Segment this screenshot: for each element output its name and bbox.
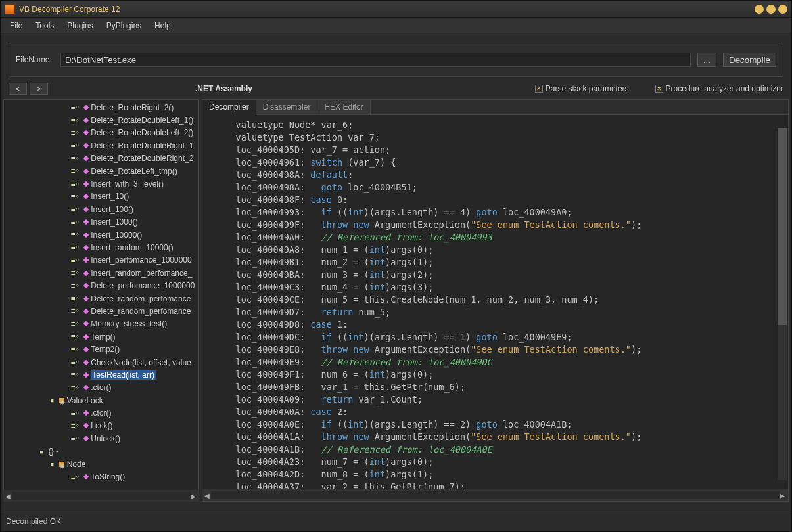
tree-item-label: Delete_RotateDoubleRight_1 bbox=[91, 141, 193, 150]
tree-item[interactable]: ▪{} - bbox=[4, 445, 198, 458]
method-bullet-icon: ≡◦ bbox=[71, 243, 80, 252]
tree-item[interactable]: ≡◦CheckNode(list, offset, value bbox=[4, 356, 198, 368]
tree-item[interactable]: ≡◦TestRead(list, arr) bbox=[4, 368, 198, 381]
menu-pyplugins[interactable]: PyPlugins bbox=[100, 19, 148, 32]
tab-decompiler[interactable]: Decompiler bbox=[202, 100, 256, 115]
tree-item[interactable]: ≡◦Insert_10() bbox=[4, 190, 198, 203]
tree-item[interactable]: ≡◦Insert_100() bbox=[4, 203, 198, 215]
filename-label: FileName: bbox=[16, 55, 54, 64]
procedure-analyzer-checkbox[interactable]: ✕ Procedure analyzer and optimizer bbox=[655, 84, 783, 93]
tree-item-label: Insert_with_3_level() bbox=[91, 179, 164, 188]
tree-item[interactable]: ≡◦Insert_with_3_level() bbox=[4, 177, 198, 190]
tree-item[interactable]: ≡◦Delete_random_perfomance bbox=[4, 292, 198, 305]
scroll-track[interactable] bbox=[211, 491, 780, 499]
method-bullet-icon: ≡◦ bbox=[71, 154, 80, 163]
menu-tools[interactable]: Tools bbox=[29, 19, 60, 32]
expand-icon[interactable]: ▪ bbox=[50, 460, 55, 468]
tree-item[interactable]: ≡◦Insert_1000() bbox=[4, 216, 198, 229]
scroll-left-icon[interactable]: ◀ bbox=[204, 492, 210, 499]
method-bullet-icon: ≡◦ bbox=[71, 180, 80, 188]
horizontal-scrollbar-code[interactable]: ◀ ▶ bbox=[202, 489, 788, 501]
tree-item[interactable]: ≡◦Delete_RotateDoubleLeft_1() bbox=[4, 114, 198, 126]
tree-item[interactable]: ≡◦Insert_random_perfomance_ bbox=[4, 267, 198, 279]
tree-item[interactable]: ▪✷ValueLock bbox=[4, 394, 198, 407]
code-area[interactable]: valuetype Node* var_6; valuetype TestAct… bbox=[202, 115, 788, 489]
tree-item[interactable]: ≡◦Delete_perfomance_1000000 bbox=[4, 279, 198, 292]
namespace-expand-icon[interactable]: ▪ bbox=[39, 447, 44, 456]
menu-plugins[interactable]: Plugins bbox=[60, 19, 99, 32]
window-controls bbox=[755, 5, 787, 14]
menu-help[interactable]: Help bbox=[148, 19, 177, 32]
minimize-icon[interactable] bbox=[755, 5, 764, 14]
method-bullet-icon: ≡◦ bbox=[71, 282, 80, 290]
browse-button[interactable]: ... bbox=[697, 53, 716, 67]
tree-item-label: CheckNode(list, offset, value bbox=[91, 358, 191, 367]
tree-item[interactable]: ≡◦Delete_RotateRight_2() bbox=[4, 101, 198, 114]
nav-back-button[interactable]: < bbox=[9, 83, 27, 95]
expand-icon[interactable]: ▪ bbox=[50, 396, 55, 405]
scroll-left-icon[interactable]: ◀ bbox=[5, 493, 11, 500]
tree-item[interactable]: ≡◦Insert_10000() bbox=[4, 229, 198, 241]
decompile-button[interactable]: Decompile bbox=[723, 53, 776, 67]
parse-stack-checkbox[interactable]: ✕ Parse stack parameters bbox=[535, 84, 629, 93]
tree-item[interactable]: ≡◦Temp2() bbox=[4, 343, 198, 355]
tree-item[interactable]: ≡◦Temp() bbox=[4, 330, 198, 343]
nav-forward-button[interactable]: > bbox=[30, 83, 48, 95]
code-line: loc_4000498F: case 0: bbox=[214, 194, 788, 206]
code-line: loc_400049DC: if ((int)(args.Length) == … bbox=[214, 331, 788, 344]
tab-disassembler[interactable]: Disassembler bbox=[256, 100, 318, 114]
code-line: loc_400049A0: // Referenced from: loc_40… bbox=[214, 231, 788, 244]
tree-item[interactable]: ≡◦Delete_RotateDoubleRight_2 bbox=[4, 152, 198, 165]
method-bullet-icon: ≡◦ bbox=[71, 192, 80, 201]
tree-item[interactable]: ≡◦ToString() bbox=[4, 470, 198, 483]
tree-item-label: TestRead(list, arr) bbox=[91, 370, 156, 380]
tree-item[interactable]: ▪✷Node bbox=[4, 458, 198, 470]
vertical-scroll-thumb[interactable] bbox=[778, 128, 787, 325]
tree-item[interactable]: ≡◦Delete_RotateDoubleRight_1 bbox=[4, 139, 198, 152]
method-icon bbox=[83, 436, 89, 441]
tree-item[interactable]: ≡◦Insert_perfomance_1000000 bbox=[4, 254, 198, 267]
tree-item[interactable]: ≡◦Delete_random_perfomance bbox=[4, 305, 198, 317]
tree-item[interactable]: ≡◦.ctor() bbox=[4, 382, 198, 394]
tree-item-label: Delete_perfomance_1000000 bbox=[91, 281, 195, 290]
menu-file[interactable]: File bbox=[3, 19, 29, 32]
class-icon: ✷ bbox=[59, 462, 64, 467]
status-bar: Decompiled OK bbox=[1, 514, 791, 528]
code-line: loc_4000498A: goto loc_40004B51; bbox=[214, 181, 788, 194]
method-icon bbox=[83, 334, 89, 339]
method-icon bbox=[83, 309, 89, 314]
app-icon bbox=[5, 4, 15, 14]
close-icon[interactable] bbox=[778, 5, 787, 14]
method-icon bbox=[83, 207, 89, 212]
method-bullet-icon: ≡◦ bbox=[71, 269, 80, 277]
code-line: loc_40004A0E: if ((int)(args.Length) == … bbox=[214, 418, 788, 431]
tree-item[interactable]: ≡◦Delete_RotateDoubleLeft_2() bbox=[4, 127, 198, 139]
filename-input[interactable] bbox=[60, 53, 691, 67]
tree-pane[interactable]: ≡◦Delete_RotateRight_2()≡◦Delete_RotateD… bbox=[3, 99, 199, 502]
method-icon bbox=[83, 168, 89, 173]
maximize-icon[interactable] bbox=[766, 5, 776, 14]
scroll-right-icon[interactable]: ▶ bbox=[191, 493, 196, 500]
code-line: loc_400049CE: num_5 = this.CreateNode(nu… bbox=[214, 294, 788, 306]
tree-item[interactable]: ≡◦Delete_RotateLeft_tmp() bbox=[4, 165, 198, 177]
tree-item-label: Insert_10000() bbox=[91, 231, 142, 240]
horizontal-scrollbar-tree[interactable]: ◀ ▶ bbox=[3, 490, 199, 502]
code-line: loc_400049F1: num_6 = (int)args(0); bbox=[214, 368, 788, 381]
tree-item[interactable]: ≡◦Lock() bbox=[4, 420, 198, 432]
tree-item[interactable]: ≡◦Insert_random_10000() bbox=[4, 241, 198, 254]
code-line: loc_400049D8: case 1: bbox=[214, 319, 788, 331]
tree-item-label: Delete_RotateDoubleLeft_1() bbox=[91, 116, 193, 125]
tree-item[interactable]: ≡◦Memory_stress_test() bbox=[4, 318, 198, 330]
tree-item-label: Delete_RotateDoubleLeft_2() bbox=[91, 128, 193, 137]
scroll-track[interactable] bbox=[12, 492, 191, 500]
tab-hex-editor[interactable]: HEX Editor bbox=[317, 100, 370, 114]
scroll-right-icon[interactable]: ▶ bbox=[780, 492, 785, 499]
code-line: loc_400049E8: throw new ArgumentExceptio… bbox=[214, 344, 788, 356]
tree-item[interactable]: ≡◦.ctor() bbox=[4, 407, 198, 419]
window-title: VB Decompiler Corporate 12 bbox=[19, 5, 755, 14]
code-line: loc_400049C3: num_4 = (int)args(3); bbox=[214, 281, 788, 294]
method-bullet-icon: ≡◦ bbox=[71, 358, 80, 366]
tree-item[interactable]: ≡◦Unlock() bbox=[4, 432, 198, 445]
status-text: Decompiled OK bbox=[6, 517, 61, 526]
code-line: valuetype Node* var_6; bbox=[214, 119, 788, 131]
